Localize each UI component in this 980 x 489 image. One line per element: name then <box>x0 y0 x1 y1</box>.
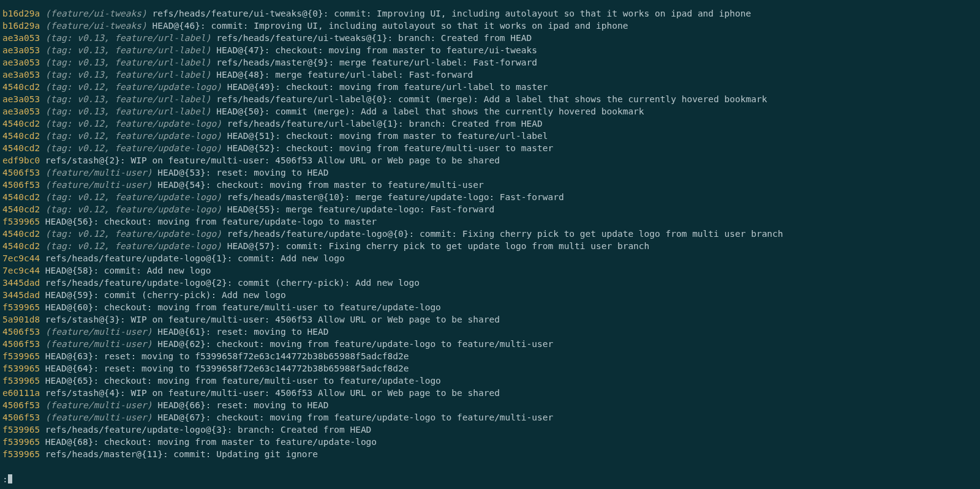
commit-hash: b16d29a <box>2 21 40 31</box>
reflog-message: refs/heads/feature/update-logo@{1}: comm… <box>40 253 345 263</box>
terminal-output: b16d29a (feature/ui-tweaks) refs/heads/f… <box>0 0 980 460</box>
reflog-row: 4540cd2 (tag: v0.12, feature/update-logo… <box>2 228 978 240</box>
commit-hash: f539965 <box>2 449 40 459</box>
reflog-row: 4540cd2 (tag: v0.12, feature/update-logo… <box>2 191 978 203</box>
commit-hash: edf9bc0 <box>2 155 40 165</box>
ref-decoration: (feature/ui-tweaks) <box>40 21 147 31</box>
ref-decoration: (tag: v0.13, feature/url-label) <box>40 45 211 55</box>
reflog-message: refs/heads/feature/update-logo@{3}: bran… <box>40 425 371 435</box>
reflog-message: refs/stash@{3}: WIP on feature/multi-use… <box>40 315 500 324</box>
reflog-message: refs/stash@{4}: WIP on feature/multi-use… <box>40 388 500 398</box>
reflog-message: HEAD@{60}: checkout: moving from feature… <box>40 302 441 312</box>
reflog-row: 4540cd2 (tag: v0.12, feature/update-logo… <box>2 81 978 93</box>
reflog-message: HEAD@{51}: checkout: moving from master … <box>222 131 548 141</box>
reflog-message: HEAD@{52}: checkout: moving from feature… <box>222 143 553 153</box>
reflog-row: e60111a refs/stash@{4}: WIP on feature/m… <box>2 387 978 399</box>
reflog-message: HEAD@{57}: commit: Fixing cherry pick to… <box>222 241 649 251</box>
reflog-message: refs/heads/master@{9}: merge feature/url… <box>211 58 537 67</box>
prompt-colon: : <box>2 474 8 484</box>
reflog-message: refs/heads/feature/update-logo@{2}: comm… <box>40 278 420 288</box>
commit-hash: 4506f53 <box>2 400 40 410</box>
reflog-row: edf9bc0 refs/stash@{2}: WIP on feature/m… <box>2 154 978 166</box>
reflog-row: 7ec9c44 HEAD@{58}: commit: Add new logo <box>2 264 978 277</box>
reflog-row: 3445dad refs/heads/feature/update-logo@{… <box>2 277 978 289</box>
reflog-row: f539965 refs/heads/feature/update-logo@{… <box>2 424 978 436</box>
reflog-message: HEAD@{54}: checkout: moving from master … <box>152 180 483 190</box>
reflog-row: 4506f53 (feature/multi-user) HEAD@{67}: … <box>2 411 978 424</box>
commit-hash: b16d29a <box>2 9 40 18</box>
reflog-row: ae3a053 (tag: v0.13, feature/url-label) … <box>2 44 978 56</box>
commit-hash: 3445dad <box>2 278 40 288</box>
commit-hash: e60111a <box>2 388 40 398</box>
reflog-row: ae3a053 (tag: v0.13, feature/url-label) … <box>2 32 978 44</box>
commit-hash: 4506f53 <box>2 339 40 349</box>
ref-decoration: (feature/ui-tweaks) <box>40 9 147 18</box>
ref-decoration: (tag: v0.12, feature/update-logo) <box>40 131 222 141</box>
pager-prompt[interactable]: : <box>2 473 12 485</box>
reflog-row: 4506f53 (feature/multi-user) HEAD@{54}: … <box>2 179 978 191</box>
reflog-row: 4540cd2 (tag: v0.12, feature/update-logo… <box>2 142 978 154</box>
cursor <box>8 474 12 483</box>
commit-hash: 4540cd2 <box>2 131 40 141</box>
ref-decoration: (tag: v0.12, feature/update-logo) <box>40 143 222 153</box>
commit-hash: f539965 <box>2 425 40 435</box>
commit-hash: 3445dad <box>2 290 40 300</box>
reflog-message: HEAD@{62}: checkout: moving from feature… <box>152 339 553 349</box>
reflog-message: HEAD@{66}: reset: moving to HEAD <box>152 400 328 410</box>
commit-hash: 7ec9c44 <box>2 266 40 275</box>
reflog-row: b16d29a (feature/ui-tweaks) refs/heads/f… <box>2 7 978 20</box>
reflog-row: 4540cd2 (tag: v0.12, feature/update-logo… <box>2 240 978 252</box>
reflog-message: HEAD@{67}: checkout: moving from feature… <box>152 412 553 422</box>
reflog-row: f539965 HEAD@{64}: reset: moving to f539… <box>2 362 978 375</box>
ref-decoration: (tag: v0.13, feature/url-label) <box>40 70 211 80</box>
reflog-row: f539965 refs/heads/master@{11}: commit: … <box>2 448 978 460</box>
reflog-message: HEAD@{53}: reset: moving to HEAD <box>152 168 328 177</box>
reflog-message: HEAD@{56}: checkout: moving from feature… <box>40 217 377 226</box>
ref-decoration: (tag: v0.12, feature/update-logo) <box>40 241 222 251</box>
commit-hash: ae3a053 <box>2 33 40 43</box>
ref-decoration: (tag: v0.13, feature/url-label) <box>40 58 211 67</box>
reflog-row: 3445dad HEAD@{59}: commit (cherry-pick):… <box>2 289 978 301</box>
reflog-message: HEAD@{55}: merge feature/update-logo: Fa… <box>222 204 494 214</box>
reflog-message: HEAD@{50}: commit (merge): Add a label t… <box>211 106 644 116</box>
reflog-message: HEAD@{48}: merge feature/url-label: Fast… <box>211 70 473 80</box>
reflog-message: refs/stash@{2}: WIP on feature/multi-use… <box>40 155 500 165</box>
reflog-message: HEAD@{59}: commit (cherry-pick): Add new… <box>40 290 286 300</box>
ref-decoration: (feature/multi-user) <box>40 339 152 349</box>
commit-hash: ae3a053 <box>2 58 40 67</box>
commit-hash: 5a901d8 <box>2 315 40 324</box>
reflog-row: 4506f53 (feature/multi-user) HEAD@{66}: … <box>2 399 978 411</box>
reflog-message: HEAD@{63}: reset: moving to f5399658f72e… <box>40 351 409 361</box>
reflog-message: refs/heads/master@{10}: merge feature/up… <box>222 192 564 202</box>
reflog-row: 4540cd2 (tag: v0.12, feature/update-logo… <box>2 203 978 215</box>
reflog-message: refs/heads/feature/update-logo@{0}: comm… <box>222 229 783 239</box>
reflog-message: refs/heads/feature/ui-tweaks@{0}: commit… <box>147 9 751 18</box>
commit-hash: 4506f53 <box>2 180 40 190</box>
reflog-message: HEAD@{58}: commit: Add new logo <box>40 266 211 275</box>
ref-decoration: (tag: v0.13, feature/url-label) <box>40 33 211 43</box>
commit-hash: f539965 <box>2 302 40 312</box>
commit-hash: f539965 <box>2 376 40 386</box>
reflog-message: HEAD@{49}: checkout: moving from feature… <box>222 82 548 92</box>
ref-decoration: (feature/multi-user) <box>40 400 152 410</box>
ref-decoration: (tag: v0.12, feature/update-logo) <box>40 204 222 214</box>
commit-hash: f539965 <box>2 437 40 447</box>
commit-hash: 4540cd2 <box>2 229 40 239</box>
ref-decoration: (tag: v0.13, feature/url-label) <box>40 106 211 116</box>
reflog-row: 7ec9c44 refs/heads/feature/update-logo@{… <box>2 252 978 264</box>
reflog-row: 5a901d8 refs/stash@{3}: WIP on feature/m… <box>2 313 978 326</box>
reflog-row: 4506f53 (feature/multi-user) HEAD@{61}: … <box>2 326 978 338</box>
ref-decoration: (feature/multi-user) <box>40 168 152 177</box>
commit-hash: f539965 <box>2 217 40 226</box>
reflog-row: f539965 HEAD@{56}: checkout: moving from… <box>2 215 978 228</box>
commit-hash: 4540cd2 <box>2 82 40 92</box>
commit-hash: 4540cd2 <box>2 143 40 153</box>
reflog-row: 4506f53 (feature/multi-user) HEAD@{62}: … <box>2 338 978 350</box>
reflog-row: f539965 HEAD@{68}: checkout: moving from… <box>2 436 978 448</box>
reflog-message: HEAD@{46}: commit: Improving UI, includi… <box>147 21 628 31</box>
reflog-message: HEAD@{64}: reset: moving to f5399658f72e… <box>40 364 409 373</box>
commit-hash: 4506f53 <box>2 327 40 337</box>
commit-hash: f539965 <box>2 364 40 373</box>
commit-hash: 4540cd2 <box>2 204 40 214</box>
reflog-row: ae3a053 (tag: v0.13, feature/url-label) … <box>2 93 978 105</box>
